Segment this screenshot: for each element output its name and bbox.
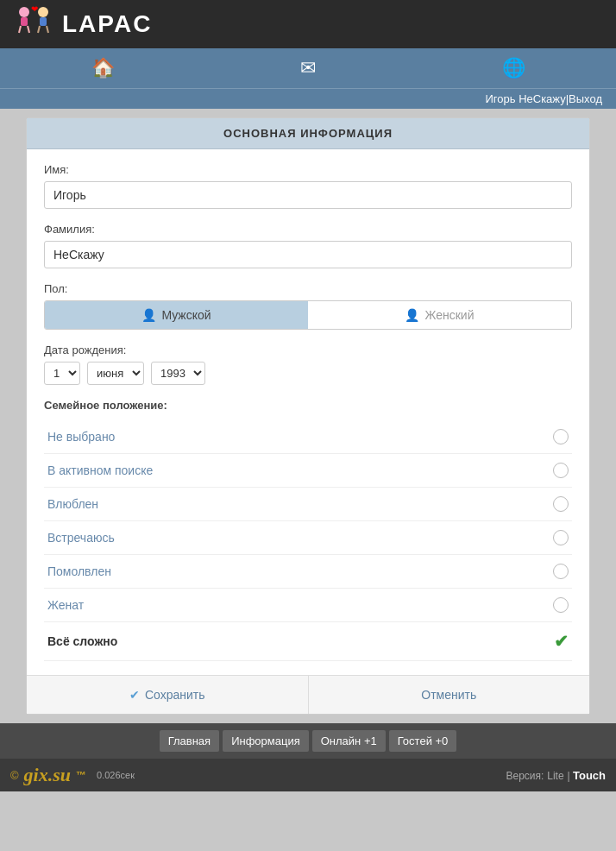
radio-2 — [553, 496, 569, 512]
gender-toggle: 👤 Мужской 👤 Женский — [44, 300, 572, 330]
cancel-button[interactable]: Отменить — [308, 676, 590, 714]
dob-month-select[interactable]: июня — [87, 362, 144, 385]
radio-4 — [553, 564, 569, 579]
person-icon: 👤 — [141, 308, 156, 322]
marital-section: Семейное положение: Не выбрано В активно… — [44, 399, 572, 661]
copyright-symbol: © — [10, 769, 19, 782]
footer-nav: Главная Информация Онлайн +1 Гостей +0 — [0, 723, 616, 759]
person-female-icon: 👤 — [405, 308, 419, 322]
svg-rect-6 — [40, 17, 47, 26]
tm-badge: ™ — [76, 769, 86, 781]
radio-1 — [553, 463, 569, 478]
watermark-text: gix.su — [24, 764, 71, 786]
marital-option-text-6: Всё сложно — [47, 634, 117, 648]
svg-line-7 — [38, 26, 40, 33]
marital-option-text-5: Женат — [47, 598, 84, 612]
marital-option-text-1: В активном поиске — [47, 463, 153, 477]
checkmark-icon: ✔ — [554, 631, 569, 652]
logo-text: LAPAC — [62, 10, 152, 38]
surname-field-group: Фамилия: — [44, 223, 572, 268]
marital-option-4[interactable]: Помолвлен — [44, 555, 572, 589]
dob-field-group: Дата рождения: 1 июня 1993 — [44, 344, 572, 385]
radio-3 — [553, 530, 569, 545]
marital-option-2[interactable]: Влюблен — [44, 488, 572, 521]
marital-option-5[interactable]: Женат — [44, 589, 572, 622]
version-lite-link[interactable]: Lite — [547, 770, 563, 782]
gender-female-label: Женский — [424, 308, 474, 322]
version-touch-link[interactable]: Touch — [573, 769, 606, 782]
marital-option-text-0: Не выбрано — [47, 430, 115, 444]
nav-globe[interactable]: 🌐 — [411, 48, 616, 88]
section-title: ОСНОВНАЯ ИНФОРМАЦИЯ — [223, 127, 393, 140]
surname-label: Фамилия: — [44, 223, 572, 236]
mail-icon: ✉ — [300, 57, 316, 79]
dob-row: 1 июня 1993 — [44, 362, 572, 385]
nav-mail[interactable]: ✉ — [205, 48, 411, 88]
logo-icon: ❤ — [14, 3, 55, 45]
footer-nav-info[interactable]: Информация — [223, 730, 309, 752]
username-text: Игорь НеСкажу — [486, 92, 566, 105]
dob-year-select[interactable]: 1993 — [151, 362, 205, 385]
save-label: Сохранить — [145, 688, 205, 702]
svg-point-5 — [38, 7, 48, 17]
marital-option-0[interactable]: Не выбрано — [44, 420, 572, 454]
globe-icon: 🌐 — [502, 57, 525, 79]
radio-0 — [553, 429, 569, 444]
footer-nav-home[interactable]: Главная — [160, 730, 219, 752]
nav-home[interactable]: 🏠 — [0, 48, 205, 88]
nav-bar: 🏠 ✉ 🌐 — [0, 48, 616, 88]
footer-nav-online[interactable]: Онлайн +1 — [312, 730, 386, 752]
perf-text: 0.026сек — [97, 770, 135, 780]
marital-label: Семейное положение: — [44, 399, 572, 412]
save-button[interactable]: ✔ Сохранить — [27, 676, 308, 714]
home-icon: 🏠 — [91, 57, 115, 79]
marital-option-text-3: Встречаюсь — [47, 531, 115, 545]
marital-option-6[interactable]: Всё сложно ✔ — [44, 622, 572, 661]
header: ❤ LAPAC — [0, 0, 616, 48]
main-content: ОСНОВНАЯ ИНФОРМАЦИЯ Имя: Фамилия: Пол: 👤… — [26, 117, 590, 715]
name-input[interactable] — [44, 181, 572, 209]
svg-rect-1 — [21, 17, 28, 26]
radio-5 — [553, 597, 569, 613]
version-area: Версия: Lite | Touch — [506, 768, 606, 782]
svg-line-8 — [47, 26, 48, 33]
gender-female-btn[interactable]: 👤 Женский — [308, 301, 571, 329]
cancel-label: Отменить — [421, 688, 476, 702]
footer-nav-guests[interactable]: Гостей +0 — [389, 730, 457, 752]
svg-line-3 — [28, 26, 29, 33]
marital-option-text-2: Влюблен — [47, 497, 98, 511]
svg-line-2 — [19, 26, 21, 33]
name-label: Имя: — [44, 163, 572, 176]
bottom-left: © gix.su ™ 0.026сек — [10, 764, 135, 786]
gender-male-btn[interactable]: 👤 Мужской — [45, 301, 308, 329]
form-body: Имя: Фамилия: Пол: 👤 Мужской 👤 Женский — [27, 149, 589, 675]
section-header: ОСНОВНАЯ ИНФОРМАЦИЯ — [27, 118, 589, 149]
name-field-group: Имя: — [44, 163, 572, 209]
marital-option-1[interactable]: В активном поиске — [44, 454, 572, 488]
gender-label: Пол: — [44, 282, 572, 295]
action-bar: ✔ Сохранить Отменить — [27, 675, 589, 714]
dob-label: Дата рождения: — [44, 344, 572, 356]
marital-option-3[interactable]: Встречаюсь — [44, 521, 572, 555]
logout-link[interactable]: Выход — [569, 92, 602, 105]
version-label: Версия: — [506, 770, 544, 782]
svg-point-0 — [19, 7, 29, 17]
gender-male-label: Мужской — [161, 308, 211, 322]
logo-area: ❤ LAPAC — [14, 3, 152, 45]
svg-text:❤: ❤ — [31, 4, 38, 14]
marital-option-text-4: Помолвлен — [47, 564, 111, 578]
surname-input[interactable] — [44, 241, 572, 268]
save-icon: ✔ — [129, 688, 140, 702]
gender-field-group: Пол: 👤 Мужской 👤 Женский — [44, 282, 572, 330]
user-bar: Игорь НеСкажу | Выход — [0, 88, 616, 109]
dob-day-select[interactable]: 1 — [44, 362, 80, 385]
bottom-bar: © gix.su ™ 0.026сек Версия: Lite | Touch — [0, 759, 616, 791]
